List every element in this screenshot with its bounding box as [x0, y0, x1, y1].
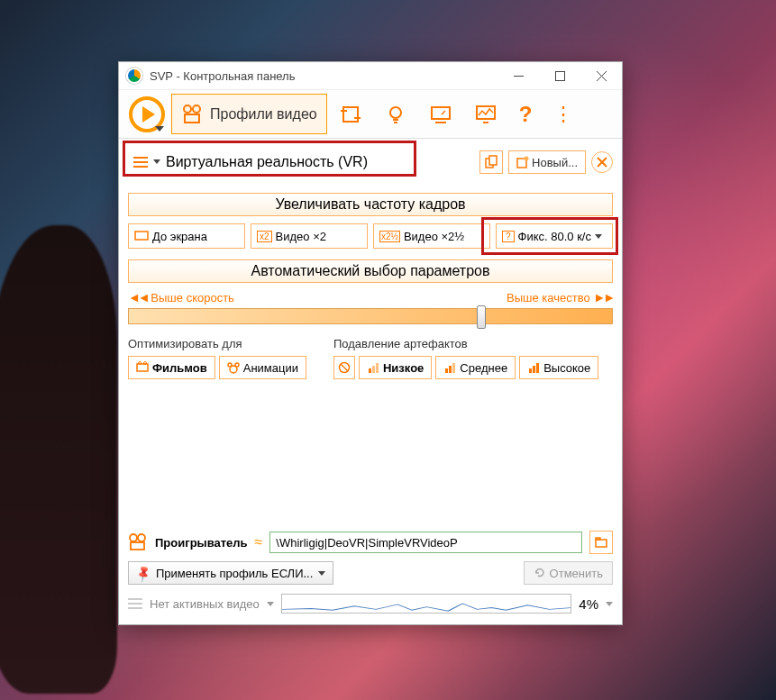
player-label: Проигрыватель — [155, 536, 248, 550]
svg-rect-25 — [137, 364, 148, 371]
chevron-down-icon — [153, 159, 160, 164]
optimize-label: Оптимизировать для — [128, 337, 306, 350]
player-pattern-input[interactable] — [269, 532, 582, 553]
titlebar[interactable]: SVP - Контрольная панель — [119, 62, 622, 90]
slider-thumb[interactable] — [477, 305, 486, 329]
x-icon — [597, 157, 607, 168]
apply-condition-button[interactable]: 📌Применять профиль ЕСЛИ... — [128, 561, 333, 585]
player-camera-icon — [128, 532, 148, 552]
crop-icon — [339, 103, 362, 126]
tab-label: Профили видео — [210, 106, 317, 123]
svg-point-43 — [138, 534, 145, 541]
artifacts-off-button[interactable] — [333, 356, 355, 379]
svg-point-26 — [139, 362, 142, 365]
maximize-button[interactable] — [539, 62, 580, 89]
list-icon — [133, 157, 148, 168]
svg-point-42 — [130, 534, 137, 541]
bars-low-icon — [367, 361, 379, 374]
cancel-button[interactable]: Отменить — [524, 561, 613, 585]
svg-rect-1 — [555, 71, 564, 80]
chevron-down-icon[interactable] — [267, 602, 274, 606]
new-icon — [516, 156, 529, 168]
close-button[interactable] — [580, 62, 622, 89]
svg-rect-34 — [372, 366, 375, 373]
artifacts-high-button[interactable]: Высокое — [519, 356, 598, 379]
chevron-down-icon[interactable] — [606, 602, 613, 606]
auto-section-header[interactable]: Автоматический выбор параметров — [128, 259, 613, 283]
tab-monitor[interactable] — [464, 94, 507, 134]
bars-high-icon — [527, 361, 540, 374]
tab-screen[interactable] — [419, 94, 462, 134]
monitor-icon — [474, 103, 498, 126]
mickey-icon — [227, 361, 240, 374]
svg-rect-44 — [131, 542, 144, 550]
svg-point-21 — [525, 157, 529, 161]
play-logo-icon — [129, 96, 165, 132]
cancel-icon — [338, 361, 351, 374]
quality-slider[interactable] — [128, 308, 613, 324]
svg-rect-13 — [432, 107, 450, 119]
film-icon — [136, 361, 149, 374]
profile-new-button[interactable]: Новый... — [508, 150, 586, 174]
tab-crop[interactable] — [329, 94, 372, 134]
svg-rect-7 — [343, 107, 358, 122]
camera-icon — [181, 103, 205, 126]
svg-rect-36 — [445, 368, 448, 373]
bulb-icon — [384, 103, 407, 126]
svg-rect-24 — [135, 232, 148, 240]
minimize-button[interactable] — [498, 62, 539, 89]
status-text: Нет активных видео — [150, 597, 260, 611]
fps-section-header[interactable]: Увеличивать частоту кадров — [128, 193, 613, 216]
player-browse-button[interactable] — [589, 531, 613, 554]
svg-rect-45 — [596, 540, 607, 547]
svg-rect-37 — [449, 366, 452, 373]
fps-x2half-button[interactable]: x2½Видео ×2½ — [373, 223, 490, 249]
svg-rect-41 — [536, 363, 539, 373]
svg-rect-35 — [376, 363, 379, 373]
profile-copy-button[interactable] — [479, 150, 503, 174]
svg-point-29 — [228, 363, 232, 367]
main-toolbar: Профили видео ? ⋮ — [119, 90, 622, 139]
profile-delete-button[interactable] — [591, 151, 613, 173]
artifacts-mid-button[interactable]: Среднее — [435, 356, 516, 379]
slider-left-arrows[interactable]: ◄◄ Выше скорость — [128, 290, 234, 305]
bars-mid-icon — [443, 361, 456, 374]
svg-point-4 — [184, 105, 191, 113]
folder-icon — [595, 536, 607, 549]
fps-x2-button[interactable]: x2Видео ×2 — [251, 223, 368, 249]
fps-to-screen-button[interactable]: До экрана — [128, 223, 245, 249]
svg-rect-39 — [529, 368, 532, 373]
window-title: SVP - Контрольная панель — [150, 69, 295, 83]
svg-line-32 — [341, 364, 348, 371]
svg-point-10 — [390, 107, 401, 118]
app-icon — [126, 68, 142, 84]
fps-fixed-button[interactable]: ?Фикс. 80.0 к/с — [496, 223, 613, 249]
screen-icon — [134, 231, 149, 241]
app-window: SVP - Контрольная панель Профили видео ?… — [118, 61, 623, 625]
x2half-icon: x2½ — [379, 231, 400, 242]
chevron-down-icon — [318, 571, 325, 576]
approx-icon: ≈ — [255, 534, 263, 550]
artifacts-low-button[interactable]: Низкое — [359, 356, 432, 379]
tab-help[interactable]: ? — [509, 94, 543, 134]
chevron-down-icon — [595, 234, 602, 239]
svg-rect-19 — [489, 156, 497, 165]
pin-icon: 📌 — [133, 563, 153, 582]
dots-icon: ⋮ — [553, 112, 573, 117]
tab-video-profiles[interactable]: Профили видео — [171, 94, 327, 134]
profile-selector[interactable]: Виртуальная реальность (VR) — [128, 150, 398, 175]
question-icon: ? — [519, 102, 533, 127]
svg-point-30 — [235, 363, 239, 367]
cpu-percent: 4% — [579, 596, 598, 612]
tab-menu[interactable]: ⋮ — [543, 94, 583, 134]
status-menu-icon[interactable] — [128, 598, 142, 609]
svg-rect-46 — [596, 538, 600, 540]
tab-light[interactable] — [374, 94, 417, 134]
optimize-films-button[interactable]: Фильмов — [128, 356, 215, 379]
optimize-animation-button[interactable]: Анимации — [219, 356, 306, 379]
logo-button[interactable] — [124, 94, 169, 134]
artifacts-label: Подавление артефактов — [333, 337, 598, 350]
wallpaper-figure — [0, 225, 117, 694]
question-small-icon: ? — [502, 231, 515, 242]
slider-right-arrows[interactable]: Выше качество ►► — [507, 290, 613, 305]
